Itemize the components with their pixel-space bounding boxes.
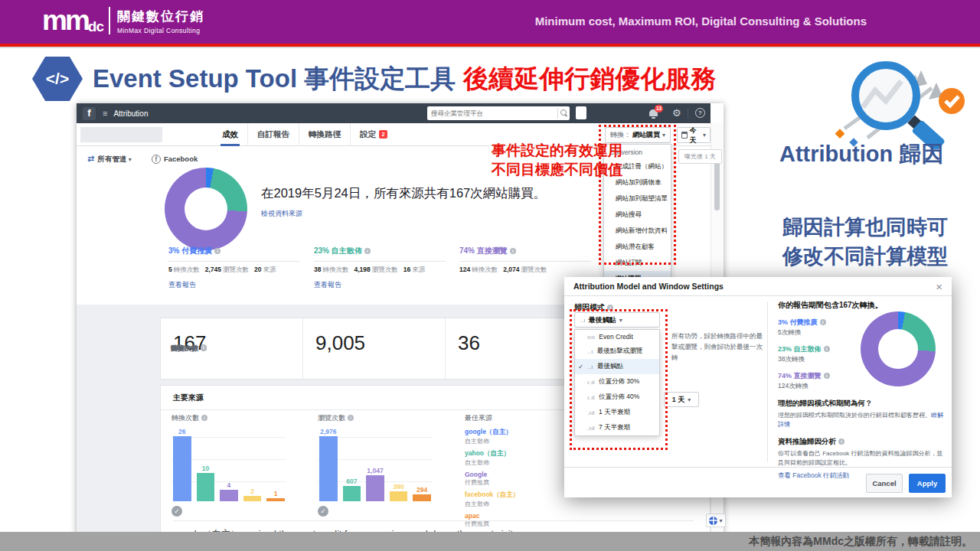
bars: 2,976 607 1,047 390 294 [318,428,433,501]
info-icon [607,305,613,311]
info-icon [824,346,830,352]
date-range-selector[interactable]: 今天 ▾ [677,127,710,143]
apply-button[interactable]: Apply [909,474,946,493]
filter-row: ⇄所有管道 ▾ fFacebook [87,154,198,165]
modal-column-divider [767,302,768,462]
bar [366,475,384,501]
business-search-box[interactable] [427,106,570,120]
donut-hole [878,329,918,369]
dropdown-item[interactable]: 網站潛在顧客 [604,239,671,255]
logo-names: 關鍵數位行銷 MinMax Digital Consulting [117,8,204,34]
breakdown-organic: 23% 自主散佈 38轉換次數4,198瀏覽次數16來源 查看報告 [314,246,446,290]
tab-settings[interactable]: 設定2 [350,123,397,146]
info-icon [201,344,207,350]
bar-value: 10 [202,465,209,472]
tab-conversion-paths[interactable]: 轉換路徑 [299,123,350,146]
model-bars-icon: ..ı [587,348,593,355]
info-icon [348,415,354,421]
divider [314,261,446,262]
breakdown-stats: 38轉換次數4,198瀏覽次數16來源 [314,266,446,275]
model-description-line2: 擊或瀏覽，則會歸功於最後一次轉 [671,341,765,363]
model-bars-icon: ı.ıl [587,394,595,401]
data-driven-title: 資料推論歸因分析 [778,437,943,447]
summary-headline: 在2019年5月24日，所有來源共有167次網站購買。 [261,185,590,202]
info-icon [510,248,516,254]
model-option[interactable]: ı.ıl位置分佈 30% [575,374,659,390]
bar-value: 2,976 [320,428,336,435]
model-option[interactable]: .ııl1 天半衰期 [575,405,659,420]
fb-tabs: 成效 自訂報告 轉換路徑 設定2 [213,123,397,146]
report-breakdown-sub: 124次轉換 [778,382,943,391]
facebook-logo-icon[interactable]: f [83,107,96,120]
attribution-window-selector[interactable]: 1 天 ▾ [664,392,699,407]
calendar-icon [681,132,688,139]
right-note-line2: 修改不同計算模型 [750,242,980,271]
best-sources-list: 最佳來源 google（自主）自主散佈 yahoo（自主）自主散佈 Google… [465,413,563,532]
hamburger-menu-icon[interactable]: ≡ [103,109,107,118]
breakdown-heading: 3% 付費推廣 [168,246,300,256]
attribution-caption: Attribution 歸因 [779,139,980,170]
dropdown-item[interactable]: 網站新增付款資料 [604,223,671,239]
bar-value: 607 [346,478,357,485]
brand-name-en: MinMax Digital Consulting [117,27,204,34]
nav-divider [688,108,688,119]
settings-gear-icon[interactable]: ⚙ [672,107,681,119]
slide: mmdc 關鍵數位行銷 MinMax Digital Consulting Mi… [0,0,980,551]
view-data-sources-link[interactable]: 檢視資料來源 [261,209,302,219]
modal-title: Attribution Model and Window Settings [573,282,936,291]
brand-banner: mmdc 關鍵數位行銷 MinMax Digital Consulting Mi… [0,0,980,44]
red-annotation-line1: 事件設定的有效運用 [425,141,622,160]
model-option[interactable]: ..ı最後點擊或瀏覽 [575,344,659,359]
chevron-down-icon: ▾ [662,132,665,139]
dropdown-item[interactable]: 網站訂閱 [604,255,671,271]
model-option-selected[interactable]: ✓..ı最後觸點 [575,359,659,374]
page-title: Event Setup Tool 事件設定工具後續延伸行銷優化服務 [93,62,716,96]
check-icon: ✓ [578,363,583,370]
model-option[interactable]: ııııEven Credit [575,330,659,344]
redacted-account-name [80,127,162,142]
bar [266,498,285,501]
bar-value: 390 [393,483,403,491]
model-bars-icon: ..ı [580,317,586,324]
conversions-bar-chart: 轉換次數 26 10 4 2 1 ✓ [172,413,286,517]
model-option[interactable]: .ııl7 天半衰期 [575,420,659,435]
platform-filter[interactable]: fFacebook [152,155,198,164]
impression-window-chip[interactable]: 曝光後 1 天 [678,149,722,164]
logo-divider [109,7,110,34]
tab-performance[interactable]: 成效 [213,123,247,146]
magnifier-illustration-icon [831,54,976,149]
dropdown-item[interactable]: 網站搜尋 [604,207,671,223]
search-icon[interactable] [557,108,568,119]
cancel-button[interactable]: Cancel [866,474,903,493]
attribution-model-selector[interactable]: ..ı 最後觸點 ▾ [574,312,660,328]
globe-icon [709,517,717,525]
search-input[interactable] [427,109,557,117]
brand-tagline: Minimum cost, Maximum ROI, Digital Consu… [535,15,867,28]
info-icon [820,319,826,325]
check-circle-icon: ✓ [318,506,328,517]
bar-value: 4 [227,481,231,489]
close-icon[interactable]: × [936,281,942,292]
red-annotation: 事件設定的有效運用 不同目標應不同價值 [425,141,622,179]
chevron-down-icon: ▾ [129,156,132,163]
chevron-down-icon: ▾ [688,396,691,403]
modal-footer: Cancel Apply [564,467,952,497]
help-icon[interactable]: ? [695,108,705,118]
language-globe-widget[interactable]: ▾ [706,514,726,527]
breakdown-stats: 5轉換次數2,745瀏覽次數20來源 [168,266,300,275]
model-option[interactable]: ı.ıl位置分佈 40% [575,390,659,405]
model-description: 所有功勞，歸於轉換路徑中的最 擊或瀏覽，則會歸功於最後一次轉 [671,331,765,363]
date-range-value: 今天 [690,126,701,145]
pages-icon[interactable] [576,106,586,119]
ideal-model-question-text: 理想的歸因模式和期間取決於你的行銷目標和顧客歷程。瞭解詳情 [778,411,943,429]
bar [243,496,262,501]
facebook-circle-icon: f [152,155,161,164]
model-options-dropdown: ııııEven Credit ..ı最後點擊或瀏覽 ✓..ı最後觸點 ı.ıl… [574,329,660,436]
view-report-link[interactable]: 查看報告 [168,280,300,290]
dropdown-item[interactable]: 網站加到願望清單 [604,191,671,207]
view-report-link[interactable]: 查看報告 [314,280,446,290]
channel-filter[interactable]: ⇄所有管道 ▾ [87,154,132,165]
right-note: 歸因計算也同時可 修改不同計算模型 [750,213,980,271]
tab-custom-reports[interactable]: 自訂報告 [247,123,299,146]
model-bars-icon: ..ı [587,364,593,370]
